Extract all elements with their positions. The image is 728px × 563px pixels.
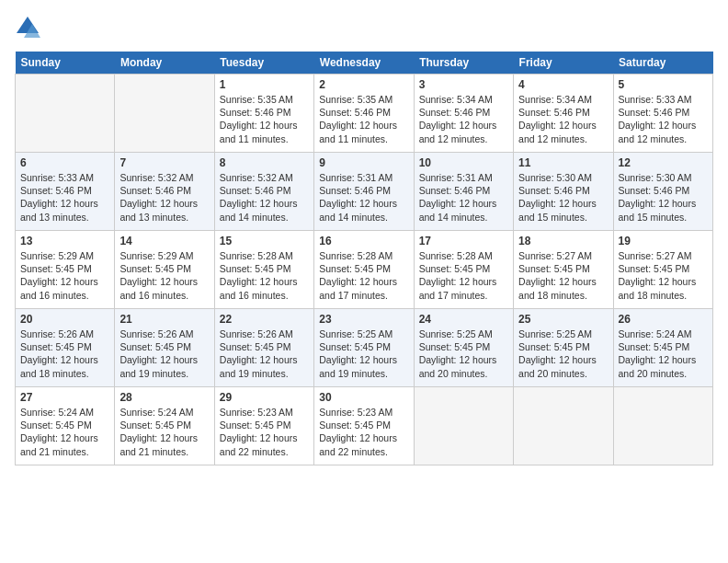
calendar-cell: 19Sunrise: 5:27 AMSunset: 5:45 PMDayligh… (613, 231, 712, 309)
calendar-cell (514, 387, 613, 465)
calendar-cell (414, 387, 513, 465)
day-number: 25 (518, 313, 608, 326)
day-info: Sunrise: 5:26 AMSunset: 5:45 PMDaylight:… (20, 327, 109, 380)
day-header-monday: Monday (115, 52, 214, 75)
calendar-cell: 21Sunrise: 5:26 AMSunset: 5:45 PMDayligh… (115, 309, 214, 387)
calendar-week-row: 27Sunrise: 5:24 AMSunset: 5:45 PMDayligh… (16, 387, 713, 465)
calendar-cell: 29Sunrise: 5:23 AMSunset: 5:45 PMDayligh… (214, 387, 313, 465)
day-info: Sunrise: 5:32 AMSunset: 5:46 PMDaylight:… (119, 171, 209, 224)
calendar-cell: 28Sunrise: 5:24 AMSunset: 5:45 PMDayligh… (115, 387, 214, 465)
calendar-cell: 10Sunrise: 5:31 AMSunset: 5:46 PMDayligh… (414, 153, 513, 231)
day-number: 6 (20, 156, 109, 169)
day-number: 18 (518, 235, 608, 247)
calendar-cell: 17Sunrise: 5:28 AMSunset: 5:45 PMDayligh… (414, 231, 513, 309)
day-number: 19 (619, 235, 708, 247)
day-info: Sunrise: 5:27 AMSunset: 5:45 PMDaylight:… (619, 249, 708, 302)
day-info: Sunrise: 5:24 AMSunset: 5:45 PMDaylight:… (20, 406, 109, 458)
day-info: Sunrise: 5:29 AMSunset: 5:45 PMDaylight:… (20, 249, 109, 302)
day-number: 29 (220, 391, 309, 404)
day-number: 27 (20, 391, 109, 404)
day-number: 21 (119, 313, 209, 326)
day-info: Sunrise: 5:31 AMSunset: 5:46 PMDaylight:… (419, 171, 508, 224)
day-number: 26 (619, 313, 708, 326)
day-header-sunday: Sunday (16, 52, 115, 75)
day-info: Sunrise: 5:24 AMSunset: 5:45 PMDaylight:… (619, 327, 708, 380)
day-number: 16 (319, 235, 408, 247)
day-number: 12 (619, 156, 708, 169)
calendar-cell: 13Sunrise: 5:29 AMSunset: 5:45 PMDayligh… (16, 231, 115, 309)
day-number: 28 (119, 391, 209, 404)
day-number: 7 (119, 156, 209, 169)
day-info: Sunrise: 5:24 AMSunset: 5:45 PMDaylight:… (119, 406, 209, 458)
day-info: Sunrise: 5:33 AMSunset: 5:46 PMDaylight:… (619, 93, 708, 145)
logo-icon (15, 15, 40, 40)
day-header-wednesday: Wednesday (314, 52, 414, 75)
day-info: Sunrise: 5:28 AMSunset: 5:45 PMDaylight:… (220, 249, 309, 302)
day-info: Sunrise: 5:25 AMSunset: 5:45 PMDaylight:… (419, 327, 508, 380)
day-info: Sunrise: 5:35 AMSunset: 5:46 PMDaylight:… (319, 93, 408, 145)
day-number: 15 (220, 235, 309, 247)
day-info: Sunrise: 5:30 AMSunset: 5:46 PMDaylight:… (619, 171, 708, 224)
day-info: Sunrise: 5:32 AMSunset: 5:46 PMDaylight:… (220, 171, 309, 224)
calendar-cell: 7Sunrise: 5:32 AMSunset: 5:46 PMDaylight… (115, 153, 214, 231)
calendar-cell: 3Sunrise: 5:34 AMSunset: 5:46 PMDaylight… (414, 75, 513, 153)
calendar-cell: 20Sunrise: 5:26 AMSunset: 5:45 PMDayligh… (16, 309, 115, 387)
day-info: Sunrise: 5:30 AMSunset: 5:46 PMDaylight:… (518, 171, 608, 224)
calendar-cell: 4Sunrise: 5:34 AMSunset: 5:46 PMDaylight… (514, 75, 613, 153)
day-info: Sunrise: 5:26 AMSunset: 5:45 PMDaylight:… (220, 327, 309, 380)
day-info: Sunrise: 5:26 AMSunset: 5:45 PMDaylight:… (119, 327, 209, 380)
calendar-cell: 12Sunrise: 5:30 AMSunset: 5:46 PMDayligh… (613, 153, 712, 231)
calendar-cell: 9Sunrise: 5:31 AMSunset: 5:46 PMDaylight… (314, 153, 414, 231)
day-info: Sunrise: 5:27 AMSunset: 5:45 PMDaylight:… (518, 249, 608, 302)
calendar-header-row: SundayMondayTuesdayWednesdayThursdayFrid… (16, 52, 713, 75)
day-info: Sunrise: 5:31 AMSunset: 5:46 PMDaylight:… (319, 171, 408, 224)
day-number: 2 (319, 78, 408, 91)
calendar-cell: 11Sunrise: 5:30 AMSunset: 5:46 PMDayligh… (514, 153, 613, 231)
day-info: Sunrise: 5:33 AMSunset: 5:46 PMDaylight:… (20, 171, 109, 224)
calendar-cell (613, 387, 712, 465)
day-header-friday: Friday (514, 52, 613, 75)
day-number: 4 (518, 78, 608, 91)
calendar-cell: 24Sunrise: 5:25 AMSunset: 5:45 PMDayligh… (414, 309, 513, 387)
day-number: 11 (518, 156, 608, 169)
day-header-thursday: Thursday (414, 52, 513, 75)
day-header-saturday: Saturday (613, 52, 712, 75)
day-number: 30 (319, 391, 408, 404)
day-number: 8 (220, 156, 309, 169)
day-info: Sunrise: 5:28 AMSunset: 5:45 PMDaylight:… (319, 249, 408, 302)
calendar-week-row: 20Sunrise: 5:26 AMSunset: 5:45 PMDayligh… (16, 309, 713, 387)
day-number: 1 (220, 78, 309, 91)
day-number: 14 (119, 235, 209, 247)
day-info: Sunrise: 5:35 AMSunset: 5:46 PMDaylight:… (220, 93, 309, 145)
day-number: 3 (419, 78, 508, 91)
day-number: 9 (319, 156, 408, 169)
day-info: Sunrise: 5:25 AMSunset: 5:45 PMDaylight:… (518, 327, 608, 380)
day-number: 24 (419, 313, 508, 326)
calendar-cell: 30Sunrise: 5:23 AMSunset: 5:45 PMDayligh… (314, 387, 414, 465)
calendar-cell: 26Sunrise: 5:24 AMSunset: 5:45 PMDayligh… (613, 309, 712, 387)
day-header-tuesday: Tuesday (214, 52, 313, 75)
day-info: Sunrise: 5:34 AMSunset: 5:46 PMDaylight:… (518, 93, 608, 145)
calendar-cell: 23Sunrise: 5:25 AMSunset: 5:45 PMDayligh… (314, 309, 414, 387)
calendar-cell: 22Sunrise: 5:26 AMSunset: 5:45 PMDayligh… (214, 309, 313, 387)
calendar-cell (16, 75, 115, 153)
day-number: 20 (20, 313, 109, 326)
calendar-cell: 5Sunrise: 5:33 AMSunset: 5:46 PMDaylight… (613, 75, 712, 153)
calendar-cell: 25Sunrise: 5:25 AMSunset: 5:45 PMDayligh… (514, 309, 613, 387)
calendar-cell: 6Sunrise: 5:33 AMSunset: 5:46 PMDaylight… (16, 153, 115, 231)
day-number: 23 (319, 313, 408, 326)
calendar-week-row: 13Sunrise: 5:29 AMSunset: 5:45 PMDayligh… (16, 231, 713, 309)
calendar-cell: 14Sunrise: 5:29 AMSunset: 5:45 PMDayligh… (115, 231, 214, 309)
calendar-cell: 2Sunrise: 5:35 AMSunset: 5:46 PMDaylight… (314, 75, 414, 153)
calendar-cell: 27Sunrise: 5:24 AMSunset: 5:45 PMDayligh… (16, 387, 115, 465)
day-info: Sunrise: 5:23 AMSunset: 5:45 PMDaylight:… (319, 406, 408, 458)
day-info: Sunrise: 5:28 AMSunset: 5:45 PMDaylight:… (419, 249, 508, 302)
calendar-cell: 18Sunrise: 5:27 AMSunset: 5:45 PMDayligh… (514, 231, 613, 309)
day-number: 10 (419, 156, 508, 169)
calendar-week-row: 6Sunrise: 5:33 AMSunset: 5:46 PMDaylight… (16, 153, 713, 231)
page-header (15, 15, 713, 40)
calendar-cell (115, 75, 214, 153)
day-info: Sunrise: 5:25 AMSunset: 5:45 PMDaylight:… (319, 327, 408, 380)
day-info: Sunrise: 5:34 AMSunset: 5:46 PMDaylight:… (419, 93, 508, 145)
calendar-cell: 16Sunrise: 5:28 AMSunset: 5:45 PMDayligh… (314, 231, 414, 309)
